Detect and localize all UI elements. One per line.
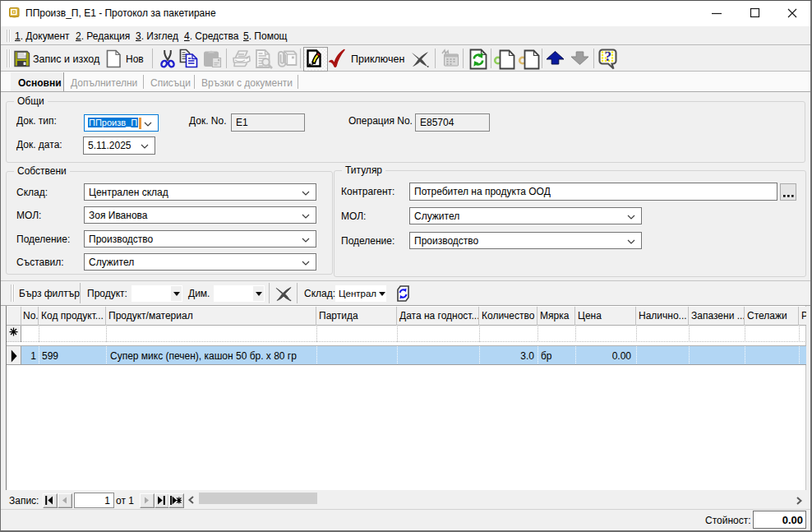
svg-text:?: ? [604,49,611,64]
